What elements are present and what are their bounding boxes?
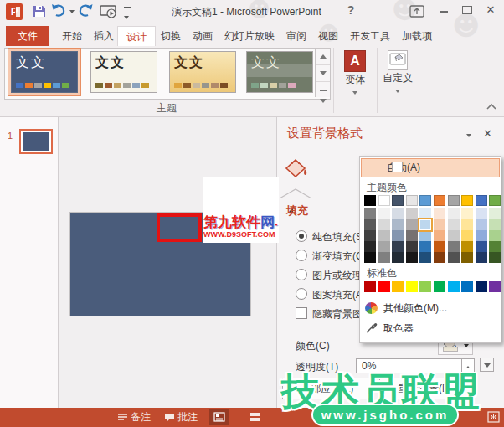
undo-button[interactable] <box>50 3 69 21</box>
slide-thumbnail-1[interactable] <box>19 129 53 154</box>
color-swatch[interactable] <box>461 208 473 219</box>
standard-color-swatch[interactable] <box>476 281 487 292</box>
color-swatch[interactable] <box>489 219 501 230</box>
eyedropper-item[interactable]: 取色器 <box>365 319 414 337</box>
color-swatch[interactable] <box>406 195 418 206</box>
option-solid-fill[interactable]: 纯色填充(S) <box>296 229 366 244</box>
option-gradient-fill[interactable]: 渐变填充(G) <box>296 249 367 264</box>
color-swatch[interactable] <box>448 195 460 206</box>
theme-thumbnail-1[interactable]: 文文 <box>11 51 78 93</box>
standard-color-swatch[interactable] <box>392 281 404 292</box>
more-colors-item[interactable]: 其他颜色(M)... <box>365 299 447 317</box>
undo-dropdown-arrow[interactable] <box>69 10 75 13</box>
standard-color-swatch[interactable] <box>489 281 501 292</box>
color-swatch[interactable] <box>378 208 390 219</box>
color-swatch[interactable] <box>448 241 460 252</box>
color-swatch[interactable] <box>378 195 390 206</box>
tab-addins[interactable]: 加载项 <box>393 26 440 46</box>
standard-color-swatch[interactable] <box>448 281 460 292</box>
variants-button[interactable]: A 变体 <box>336 48 374 115</box>
color-swatch[interactable] <box>406 208 418 219</box>
color-swatch[interactable] <box>448 230 460 241</box>
color-swatch[interactable] <box>476 230 487 241</box>
color-swatch[interactable] <box>461 252 473 263</box>
tab-developer[interactable]: 开发工具 <box>342 26 399 46</box>
color-swatch[interactable] <box>434 219 445 230</box>
color-swatch[interactable] <box>448 219 460 230</box>
fill-section-header[interactable]: 填充 <box>286 203 308 219</box>
color-swatch[interactable] <box>364 241 376 252</box>
standard-color-swatch[interactable] <box>419 281 431 292</box>
color-swatch[interactable] <box>406 241 418 252</box>
color-swatch[interactable] <box>448 208 460 219</box>
option-pattern-fill[interactable]: 图案填充(A) <box>296 287 366 302</box>
standard-color-swatch[interactable] <box>461 281 473 292</box>
color-swatch[interactable] <box>364 195 376 206</box>
standard-color-swatch[interactable] <box>378 281 390 292</box>
notes-button[interactable]: 备注 <box>117 408 151 427</box>
customize-button[interactable]: 自定义 <box>378 48 417 115</box>
color-swatch[interactable] <box>392 208 404 219</box>
minimize-button[interactable] <box>436 3 451 20</box>
color-swatch[interactable] <box>461 195 473 206</box>
color-swatch[interactable] <box>489 195 501 206</box>
help-button[interactable]: ? <box>343 3 358 20</box>
color-swatch[interactable] <box>378 219 390 230</box>
color-swatch[interactable] <box>489 252 501 263</box>
gallery-scroll-down-button[interactable] <box>316 65 330 82</box>
color-swatch[interactable] <box>461 241 473 252</box>
gallery-scroll-up-button[interactable] <box>316 49 330 65</box>
theme-thumbnail-4[interactable]: 文文 <box>246 51 313 93</box>
color-swatch[interactable] <box>392 230 404 241</box>
color-swatch[interactable] <box>419 219 431 230</box>
color-swatch[interactable] <box>434 252 445 263</box>
save-button[interactable] <box>31 3 48 21</box>
color-swatch[interactable] <box>489 241 501 252</box>
theme-thumbnail-3[interactable]: 文文 <box>169 51 236 93</box>
color-swatch[interactable] <box>461 219 473 230</box>
color-swatch[interactable] <box>406 230 418 241</box>
color-swatch[interactable] <box>461 230 473 241</box>
normal-view-button[interactable] <box>209 409 229 425</box>
app-icon[interactable]: P <box>6 3 23 20</box>
color-swatch[interactable] <box>476 252 487 263</box>
comments-button[interactable]: 批注 <box>164 408 198 427</box>
color-swatch[interactable] <box>419 241 431 252</box>
color-swatch[interactable] <box>434 208 445 219</box>
color-swatch[interactable] <box>434 195 445 206</box>
collapse-ribbon-button[interactable] <box>486 102 497 111</box>
color-swatch[interactable] <box>419 195 431 206</box>
color-swatch[interactable] <box>448 252 460 263</box>
redo-button[interactable] <box>78 3 95 21</box>
color-swatch[interactable] <box>364 230 376 241</box>
pane-close-icon[interactable]: ✕ <box>483 127 492 140</box>
color-swatch[interactable] <box>364 208 376 219</box>
color-swatch[interactable] <box>489 230 501 241</box>
color-swatch[interactable] <box>406 219 418 230</box>
tab-file[interactable]: 文件 <box>6 26 49 46</box>
color-swatch[interactable] <box>392 241 404 252</box>
slide-sorter-view-button[interactable] <box>244 409 265 425</box>
close-button[interactable]: ✕ <box>483 3 498 20</box>
color-swatch[interactable] <box>406 252 418 263</box>
color-swatch[interactable] <box>489 208 501 219</box>
color-swatch[interactable] <box>392 219 404 230</box>
maximize-button[interactable] <box>460 3 475 20</box>
color-swatch[interactable] <box>392 195 404 206</box>
tab-design[interactable]: 设计 <box>117 26 156 48</box>
color-swatch[interactable] <box>378 252 390 263</box>
color-swatch[interactable] <box>419 252 431 263</box>
fill-bucket-icon[interactable] <box>284 157 309 186</box>
color-swatch[interactable] <box>364 219 376 230</box>
color-swatch[interactable] <box>476 208 487 219</box>
tab-slideshow[interactable]: 幻灯片放映 <box>216 26 283 46</box>
standard-color-swatch[interactable] <box>364 281 376 292</box>
color-swatch[interactable] <box>434 230 445 241</box>
standard-color-swatch[interactable] <box>434 281 445 292</box>
theme-thumbnail-2[interactable]: 文文 <box>90 51 157 93</box>
color-swatch[interactable] <box>364 252 376 263</box>
color-swatch[interactable] <box>419 230 431 241</box>
automatic-color-item[interactable]: 自动(A) <box>361 158 500 177</box>
qat-customize-button[interactable] <box>124 7 131 25</box>
color-swatch[interactable] <box>378 241 390 252</box>
